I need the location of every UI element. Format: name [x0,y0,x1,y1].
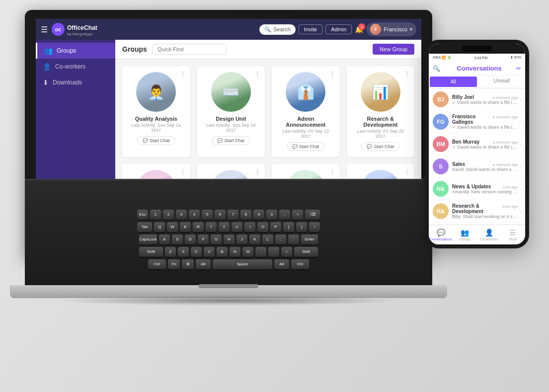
keyboard-key[interactable]: D [185,235,196,244]
keyboard-key[interactable]: C [191,247,202,257]
keyboard-key[interactable]: \ [309,222,320,232]
keyboard-key[interactable]: Enter [301,235,318,244]
keyboard-key[interactable]: Esc [137,210,148,220]
keyboard-key[interactable]: 9 [253,210,264,220]
search-bar[interactable]: 🔍 Search [259,24,296,35]
conversation-item[interactable]: BJ Billy Joel a moment ago ✓ David wants… [429,88,525,111]
conversation-item[interactable]: S Sales a moment ago David: David wants … [429,156,525,178]
more-icon[interactable]: ⋮ [329,168,336,176]
start-chat-button[interactable]: 💬 Start Chat [137,136,175,145]
keyboard-key[interactable]: E [180,222,191,232]
new-group-button[interactable]: New Group [373,44,414,55]
keyboard-key[interactable]: S [172,235,183,244]
keyboard-key[interactable]: 1 [150,210,161,220]
keyboard-key[interactable]: I [244,222,255,232]
keyboard-key[interactable]: V [204,247,215,257]
keyboard-key[interactable]: ⌫ [305,210,320,220]
keyboard-key[interactable]: Alt [196,259,211,269]
keyboard-key[interactable]: ' [288,235,299,244]
keyboard-key[interactable]: Fn [168,259,180,269]
start-chat-button[interactable]: 💬 Start Chat [287,142,325,151]
user-menu[interactable]: F Francisco ▾ [366,22,416,36]
keyboard-key[interactable]: Space [213,259,272,269]
admin-button[interactable]: Admin [325,24,352,34]
keyboard-key[interactable]: 6 [215,210,226,220]
keyboard-key[interactable]: W [167,222,178,232]
phone-search-icon[interactable]: 🔍 [433,65,440,72]
keyboard-key[interactable]: R [193,222,204,232]
conversation-item[interactable]: N& News & Updates 1mo ago Amanda: New ve… [429,178,525,200]
bottom-nav-more[interactable]: ☰ More [501,225,526,244]
keyboard-key[interactable]: Z [165,247,176,257]
keyboard-key[interactable]: Alt [274,259,289,269]
keyboard-key[interactable]: . [268,247,279,257]
more-icon[interactable]: ⋮ [329,70,336,78]
bottom-nav-coworkers[interactable]: 👤 Co-workers [477,225,501,244]
sidebar-item-groups[interactable]: 👥 Groups [36,43,115,59]
notification-bell[interactable]: 🔔 3 [355,25,363,33]
keyboard-key[interactable]: Shift [294,247,318,257]
more-icon[interactable]: ⋮ [403,70,410,78]
keyboard-key[interactable]: F [198,235,209,244]
start-chat-button[interactable]: 💬 Start Chat [361,142,399,151]
keyboard-key[interactable]: B [217,247,228,257]
keyboard-key[interactable]: L [262,235,273,244]
keyboard-key[interactable]: , [255,247,266,257]
keyboard-key[interactable]: 2 [163,210,174,220]
keyboard-key[interactable]: ] [296,222,307,232]
keyboard-key[interactable]: P [270,222,281,232]
more-icon[interactable]: ⋮ [179,70,186,78]
more-icon[interactable]: ⋮ [254,168,261,176]
keyboard-key[interactable]: 0 [266,210,277,220]
keyboard-key[interactable]: - [279,210,290,220]
keyboard-key[interactable]: CapsLock [139,235,157,244]
phone-edit-icon[interactable]: ✏ [516,65,521,72]
keyboard-key[interactable]: H [224,235,235,244]
keyboard-key[interactable]: U [232,222,242,232]
sidebar-item-downloads[interactable]: ⬇ Downloads [36,75,115,90]
keyboard-key[interactable]: 4 [189,210,200,220]
keyboard-key[interactable]: G [211,235,222,244]
keyboard-key[interactable]: 8 [240,210,251,220]
conversation-item[interactable]: FG Fransisco Gallegos a moment ago ✓ Dav… [429,111,525,133]
keyboard-key[interactable]: X [178,247,189,257]
tab-all[interactable]: All [430,77,477,87]
keyboard-key[interactable]: Ctrl [291,259,309,269]
keyboard-key[interactable]: Tab [137,222,152,232]
keyboard-key[interactable]: 7 [228,210,238,220]
keyboard-key[interactable]: 5 [202,210,213,220]
more-icon[interactable]: ⋮ [179,168,186,176]
tab-unread[interactable]: Unread [478,76,525,88]
keyboard-key[interactable]: [ [283,222,294,232]
keyboard-key[interactable]: O [257,222,268,232]
keyboard-key[interactable]: K [249,235,260,244]
keyboard-key[interactable]: J [236,235,247,244]
more-icon[interactable]: ⋮ [254,70,261,78]
conv-chevron-icon: › [520,97,521,102]
conversation-item[interactable]: BM Ben Murray a moment ago ✓ David wants… [429,133,525,156]
quick-find-input[interactable] [152,44,227,55]
more-icon[interactable]: ⋮ [403,168,410,176]
invite-button[interactable]: Invite [299,24,322,34]
keyboard-key[interactable]: T [206,222,217,232]
keyboard-key[interactable]: Ctrl [148,259,166,269]
keyboard-key[interactable]: ⊞ [182,259,194,269]
sidebar-item-coworkers[interactable]: 👤 Co-workers [36,59,115,75]
keyboard-key[interactable]: = [292,210,303,220]
keyboard-key[interactable]: ; [275,235,286,244]
conversation-item[interactable]: R& Research & Development 1mo ago Billy:… [429,200,525,223]
keyboard-key[interactable]: / [281,247,292,257]
keyboard-key[interactable]: Shift [139,247,163,257]
keyboard-key[interactable]: N [230,247,240,257]
start-chat-button[interactable]: 💬 Start Chat [212,136,250,145]
hamburger-icon[interactable]: ☰ [41,25,48,34]
bottom-nav-groups[interactable]: 👥 Groups [453,225,477,244]
keyboard-key[interactable]: Q [154,222,165,232]
phone-tabs: All Unread [429,76,525,88]
keyboard-key[interactable]: A [159,235,170,244]
conv-avatar: BJ [433,91,449,107]
bottom-nav-conversations[interactable]: 💬 Conversations [429,225,453,244]
keyboard-key[interactable]: Y [219,222,230,232]
keyboard-key[interactable]: M [242,247,253,257]
keyboard-key[interactable]: 3 [176,210,187,220]
